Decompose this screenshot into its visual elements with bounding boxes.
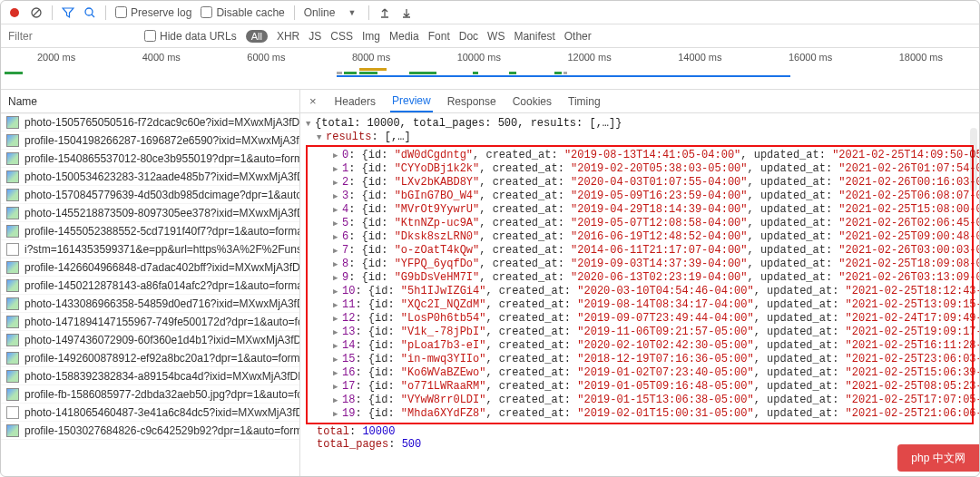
- type-filter-manifest[interactable]: Manifest: [514, 30, 554, 43]
- tick: 18000 ms: [899, 52, 943, 63]
- document-icon: [6, 243, 19, 256]
- request-row[interactable]: photo-1570845779639-4d503db985dcimage?dp…: [1, 186, 299, 204]
- watermark-text: php 中文网: [911, 451, 965, 466]
- request-name: photo-1505765050516-f72dcac9c60e?ixid=MX…: [24, 116, 299, 129]
- separator: [368, 5, 369, 20]
- document-icon: [6, 406, 19, 419]
- request-name: i?stm=1614353599371&e=pp&url=https%3A%2F…: [24, 243, 299, 256]
- throttling-select[interactable]: Online: [304, 6, 336, 19]
- type-filter-other[interactable]: Other: [564, 30, 592, 43]
- request-list[interactable]: photo-1505765050516-f72dcac9c60e?ixid=MX…: [1, 113, 299, 476]
- type-filter-js[interactable]: JS: [309, 30, 321, 43]
- tab-cookies[interactable]: Cookies: [511, 92, 554, 112]
- type-filter-all[interactable]: All: [246, 30, 268, 43]
- separator: [52, 5, 53, 20]
- hide-data-urls-checkbox[interactable]: [144, 30, 156, 42]
- svg-line-2: [34, 9, 40, 15]
- request-row[interactable]: photo-1455218873509-8097305ee378?ixid=MX…: [1, 204, 299, 222]
- filter-input[interactable]: [8, 30, 135, 43]
- request-row[interactable]: photo-1497436072909-60f360e1d4b1?ixid=MX…: [1, 331, 299, 349]
- image-icon: [6, 116, 19, 129]
- request-name: profile-1455052388552-5cd7191f40f7?dpr=1…: [24, 225, 299, 238]
- request-name: photo-1500534623283-312aade485b7?ixid=MX…: [24, 170, 299, 183]
- throttling-value: Online: [304, 6, 336, 19]
- request-row[interactable]: profile-1504198266287-1696872e6590?ixid=…: [1, 131, 299, 150]
- block-icon[interactable]: [30, 6, 43, 19]
- request-row[interactable]: photo-1471894147155967-749fe500172d?dpr=…: [1, 313, 299, 331]
- tick: 4000 ms: [142, 52, 181, 63]
- request-name: profile-1426604966848-d7adac402bff?ixid=…: [24, 261, 299, 274]
- hide-data-urls-label: Hide data URLs: [160, 30, 237, 43]
- search-icon[interactable]: [83, 6, 96, 19]
- main-panel: Name photo-1505765050516-f72dcac9c60e?ix…: [1, 90, 979, 476]
- image-icon: [6, 370, 19, 383]
- request-list-panel: Name photo-1505765050516-f72dcac9c60e?ix…: [1, 90, 300, 476]
- request-name: photo-1418065460487-3e41a6c84dc5?ixid=MX…: [24, 406, 299, 419]
- waterfall-overview[interactable]: 2000 ms 4000 ms 6000 ms 8000 ms 10000 ms…: [1, 48, 979, 90]
- disable-cache-checkbox[interactable]: Disable cache: [201, 6, 284, 19]
- request-row[interactable]: i?stm=1614353599371&e=pp&url=https%3A%2F…: [1, 240, 299, 258]
- tab-preview[interactable]: Preview: [390, 91, 433, 112]
- image-icon: [6, 316, 19, 328]
- request-row[interactable]: photo-1418065460487-3e41a6c84dc5?ixid=MX…: [1, 404, 299, 422]
- request-row[interactable]: photo-1433086966358-54859d0ed716?ixid=MX…: [1, 295, 299, 313]
- request-name: profile-1492600878912-ef92a8bc20a1?dpr=1…: [24, 352, 299, 365]
- image-icon: [6, 152, 19, 165]
- request-name: profile-1503027684826-c9c642529b92?dpr=1…: [24, 424, 299, 437]
- filter-bar: Hide data URLs All XHR JS CSS Img Media …: [1, 24, 979, 48]
- network-toolbar: Preserve log Disable cache Online ▼: [1, 1, 979, 24]
- request-row[interactable]: profile-1492600878912-ef92a8bc20a1?dpr=1…: [1, 349, 299, 367]
- image-icon: [6, 279, 19, 292]
- preview-tree[interactable]: {total: 10000, total_pages: 500, results…: [300, 113, 979, 476]
- close-icon[interactable]: ×: [306, 94, 320, 108]
- type-filter-doc[interactable]: Doc: [459, 30, 478, 43]
- request-row[interactable]: photo-1500534623283-312aade485b7?ixid=MX…: [1, 168, 299, 186]
- type-filter-font[interactable]: Font: [428, 30, 450, 43]
- request-name: photo-1471894147155967-749fe500172d?dpr=…: [24, 316, 299, 328]
- detail-panel: × Headers Preview Response Cookies Timin…: [300, 90, 979, 476]
- image-icon: [6, 388, 19, 401]
- request-name: photo-1433086966358-54859d0ed716?ixid=MX…: [24, 297, 299, 310]
- image-icon: [6, 261, 19, 274]
- request-name: profile-1504198266287-1696872e6590?ixid=…: [24, 134, 299, 147]
- request-row[interactable]: profile-1540865537012-80ce3b955019?dpr=1…: [1, 150, 299, 168]
- disable-cache-label: Disable cache: [216, 6, 284, 19]
- download-icon[interactable]: [400, 6, 413, 19]
- request-row[interactable]: profile-1455052388552-5cd7191f40f7?dpr=1…: [1, 222, 299, 240]
- request-row[interactable]: profile-1426604966848-d7adac402bff?ixid=…: [1, 258, 299, 277]
- record-icon[interactable]: [8, 6, 21, 19]
- type-filter-list: XHR JS CSS Img Media Font Doc WS Manifes…: [277, 30, 592, 43]
- request-row[interactable]: profile-fb-1586085977-2dbda32aeb50.jpg?d…: [1, 385, 299, 404]
- request-row[interactable]: profile-1503027684826-c9c642529b92?dpr=1…: [1, 422, 299, 440]
- tab-response[interactable]: Response: [446, 92, 498, 112]
- image-icon: [6, 424, 19, 437]
- type-filter-img[interactable]: Img: [362, 30, 380, 43]
- upload-icon[interactable]: [378, 6, 391, 19]
- tick: 12000 ms: [567, 52, 611, 63]
- request-row[interactable]: profile-1450212878143-a86fa014afc2?dpr=1…: [1, 277, 299, 295]
- svg-line-4: [92, 15, 94, 17]
- type-filter-css[interactable]: CSS: [330, 30, 353, 43]
- type-filter-ws[interactable]: WS: [487, 30, 505, 43]
- tick: 14000 ms: [678, 52, 721, 63]
- tab-timing[interactable]: Timing: [566, 92, 603, 112]
- request-name: profile-1450212878143-a86fa014afc2?dpr=1…: [24, 279, 299, 292]
- chevron-down-icon[interactable]: ▼: [344, 8, 359, 17]
- tick: 16000 ms: [789, 52, 832, 63]
- tab-headers[interactable]: Headers: [333, 92, 377, 112]
- request-row[interactable]: photo-1588392382834-a89154bca4d?ixid=MXw…: [1, 367, 299, 385]
- preserve-log-checkbox[interactable]: Preserve log: [115, 6, 191, 19]
- tick: 10000 ms: [457, 52, 501, 63]
- image-icon: [6, 170, 19, 183]
- type-filter-media[interactable]: Media: [389, 30, 419, 43]
- type-filter-xhr[interactable]: XHR: [277, 30, 299, 43]
- request-name: photo-1588392382834-a89154bca4d?ixid=MXw…: [24, 370, 299, 383]
- filter-icon[interactable]: [62, 6, 74, 19]
- scrollbar[interactable]: [970, 128, 977, 191]
- name-column-header[interactable]: Name: [1, 90, 299, 113]
- separator: [105, 5, 106, 20]
- preserve-log-label: Preserve log: [131, 6, 191, 19]
- detail-tabs: × Headers Preview Response Cookies Timin…: [300, 90, 979, 113]
- request-row[interactable]: photo-1505765050516-f72dcac9c60e?ixid=MX…: [1, 113, 299, 131]
- separator: [294, 5, 295, 20]
